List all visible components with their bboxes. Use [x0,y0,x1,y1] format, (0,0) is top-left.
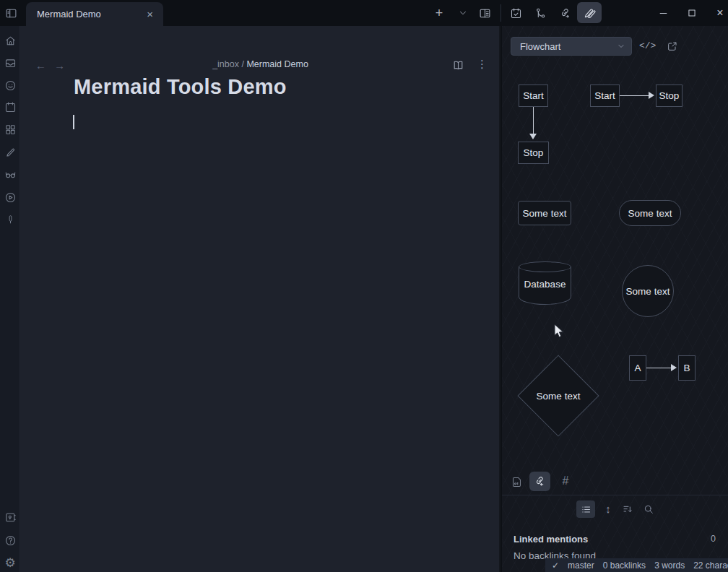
expand-collapse-icon[interactable]: ↕ [601,501,615,516]
split-view-icon[interactable] [477,5,493,21]
sort-icon[interactable] [620,502,635,516]
workspace-safe-icon[interactable] [3,510,17,524]
diagram-type-value: Flowchart [520,41,617,52]
inbox-icon[interactable] [3,56,17,70]
sync-check-icon[interactable]: ✓ [552,560,559,571]
search-icon[interactable] [641,502,656,516]
flow-arrowhead-icon [671,364,677,371]
dashboard-grid-icon[interactable] [3,122,17,136]
minimize-icon[interactable] [656,6,670,20]
flow-arrow-line [646,368,671,369]
breadcrumb-notebook[interactable]: _inbox [212,59,239,69]
mouse-cursor [554,324,565,342]
document-title[interactable]: Mermaid Tools Demo [74,75,287,99]
view-code-icon[interactable]: </> [639,40,656,51]
linked-mentions-count: 0 [698,534,716,544]
flow-node: Stop [656,84,682,107]
backlinks-panel-icon[interactable] [529,472,550,491]
flow-node: B [678,355,696,381]
home-icon[interactable] [3,33,17,48]
flow-arrowhead-icon [529,134,537,139]
flow-node: A [629,355,646,381]
diagram-cylinder[interactable]: Database [519,261,571,305]
status-branch: master [568,560,594,571]
app-window: Mermaid Demo × + × [0,0,728,572]
list-view-icon[interactable] [576,500,595,518]
breadcrumb-doc[interactable]: Mermaid Demo [246,59,308,69]
calendar-icon[interactable] [3,100,17,114]
help-icon[interactable] [3,533,17,547]
panel-divider [502,495,728,495]
open-external-icon[interactable] [665,39,680,53]
left-dock: ⚙ [0,26,20,572]
mermaid-tools-panel: Flowchart </> Start Stop Start Stop Some… [502,26,728,572]
plugin-mermaid-tools-icon[interactable] [577,2,602,23]
settings-gear-icon[interactable]: ⚙ [3,555,17,570]
text-caret [73,115,74,129]
select-chevron-icon [617,42,625,51]
breadcrumb: _inbox / Mermaid Demo [20,59,500,69]
status-bar: ✓ master 0 backlinks 3 words 22 characte… [545,558,728,572]
tab-mermaid-demo[interactable]: Mermaid Demo × [26,2,163,26]
dock-toggle-icon[interactable] [4,6,18,20]
diagram-stadium[interactable]: Some text [619,200,681,226]
status-characters: 22 characters [693,560,728,571]
close-window-icon[interactable]: × [713,6,727,20]
titlebar-divider [500,4,501,22]
diagram-circle[interactable]: Some text [622,265,674,317]
new-tab-plus-icon[interactable]: + [431,5,447,21]
link-share-icon[interactable] [557,5,573,21]
maximize-icon[interactable] [685,6,699,20]
flow-node: Start [519,84,548,107]
diagram-rounded-rect[interactable]: Some text [518,201,571,225]
play-circle-icon[interactable] [3,190,17,204]
tab-title: Mermaid Demo [37,9,144,20]
status-backlinks: 0 backlinks [603,560,646,571]
status-words: 3 words [654,560,685,571]
linked-mentions-header[interactable]: Linked mentions [514,534,588,545]
flow-arrow-line [533,107,534,134]
reading-mode-book-icon[interactable] [451,58,465,72]
editor-pane: ← → _inbox / Mermaid Demo ⋮ Mermaid Tool… [20,26,500,572]
flow-node: Start [590,84,620,107]
rhombus-label: Some text [517,391,599,402]
flow-node: Stop [518,142,549,164]
tags-panel-icon[interactable]: # [558,474,573,488]
emoji-icon[interactable] [3,78,17,92]
diagram-type-select[interactable]: Flowchart [511,37,632,56]
glasses-icon[interactable] [3,167,17,181]
git-merge-icon[interactable] [532,5,548,21]
flow-arrowhead-icon [649,92,654,99]
cylinder-top [519,261,571,272]
doc-01-panel-icon[interactable] [509,474,524,489]
titlebar: Mermaid Demo × + × [0,0,728,26]
daily-note-calendar-icon[interactable] [508,5,524,21]
doc-menu-kebab-icon[interactable]: ⋮ [477,58,488,71]
plugin-icon[interactable] [3,212,17,227]
flow-arrow-line [620,95,649,97]
tab-list-chevron-icon[interactable] [455,5,471,21]
brush-icon[interactable] [3,145,17,160]
cylinder-label: Database [519,279,571,290]
tab-close-icon[interactable]: × [144,7,156,21]
